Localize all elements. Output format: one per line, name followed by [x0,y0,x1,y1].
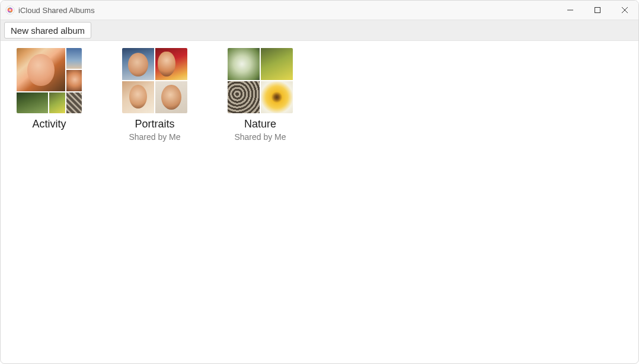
thumb-photo [261,81,293,113]
album-subtitle: Shared by Me [234,132,286,142]
thumb-photo [122,81,154,113]
album-title: Nature [244,118,276,131]
window-maximize-button[interactable] [584,1,611,20]
album-nature[interactable]: Nature Shared by Me [223,48,297,142]
thumb-photo [155,81,187,113]
thumb-photo [228,48,260,80]
album-title: Activity [32,118,66,131]
album-title: Portraits [135,118,174,131]
thumb-photo [17,92,48,113]
titlebar: iCloud Shared Albums [1,1,638,20]
thumb-photo [228,81,260,113]
new-shared-album-label: New shared album [11,25,85,36]
album-thumbnail [17,48,82,113]
thumb-photo [66,92,82,113]
new-shared-album-button[interactable]: New shared album [4,22,91,39]
album-portraits[interactable]: Portraits Shared by Me [118,48,191,142]
thumb-photo [66,48,82,69]
toolbar: New shared album [1,20,638,41]
thumb-photo [261,48,293,80]
window-close-button[interactable] [611,1,638,20]
thumb-photo [17,48,65,91]
album-thumbnail [122,48,187,113]
app-icon [5,5,15,15]
svg-point-9 [9,9,11,11]
album-grid: Activity Portraits Shared by Me Nature S… [1,41,638,363]
album-subtitle: Shared by Me [129,132,180,142]
album-thumbnail [228,48,293,113]
thumb-photo [66,70,82,91]
album-activity[interactable]: Activity [12,48,86,132]
svg-rect-10 [595,8,600,13]
window-minimize-button[interactable] [557,1,584,20]
thumb-photo [49,92,65,113]
thumb-photo [122,48,154,80]
app-window: iCloud Shared Albums New shared album [0,0,639,364]
window-title: iCloud Shared Albums [18,6,95,15]
thumb-photo [155,48,187,80]
